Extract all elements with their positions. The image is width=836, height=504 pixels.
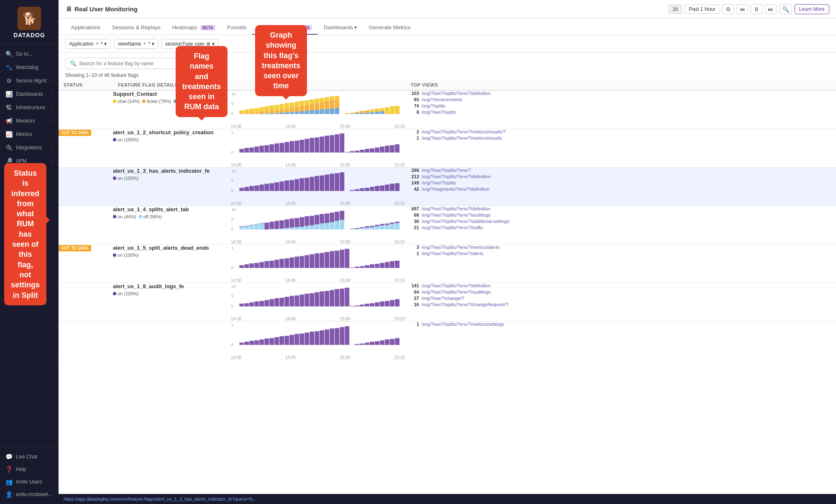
view-path[interactable]: /org/?/ws/?/splits/?env/?/additional-set… bbox=[422, 219, 509, 224]
sidebar-item-user-profile[interactable]: 👤 anita.mcdowel... bbox=[0, 488, 59, 501]
flag-name[interactable]: alert_ux_1_4_splits_alert_tab bbox=[113, 206, 230, 212]
sidebar-bottom: 💬 Live Chat ❓ Help 👥 Invite Users 👤 anit… bbox=[0, 447, 59, 504]
tab-feature-flags[interactable]: Feature Flags BETA bbox=[252, 21, 318, 35]
search-box: 🔍 bbox=[65, 58, 199, 69]
sidebar-item-metrics[interactable]: 📈 Metrics › bbox=[0, 128, 59, 141]
svg-text:0: 0 bbox=[231, 342, 234, 347]
tab-generate-metrics[interactable]: Generate Metrics bbox=[363, 21, 417, 35]
user-profile-label: anita.mcdowel... bbox=[16, 491, 52, 497]
view-path[interactable]: /org/?/ws/?/splits bbox=[422, 180, 456, 185]
svg-rect-164 bbox=[264, 223, 269, 229]
svg-rect-286 bbox=[239, 343, 244, 345]
sidebar-item-help[interactable]: ❓ Help bbox=[0, 463, 59, 476]
flag-details-cell: alert_ux_1_3_has_alerts_indicator_feon (… bbox=[113, 168, 230, 206]
svg-rect-137 bbox=[325, 174, 329, 191]
view-path[interactable]: /org/?/ws/?/splits/?env/?/metrics/result… bbox=[422, 129, 506, 134]
sessiontype-filter-value: user bbox=[195, 41, 205, 47]
top-view-row: 30/org/?/ws/?/splits/?env/?/additional-s… bbox=[406, 219, 836, 224]
application-filter-value: * bbox=[101, 41, 103, 47]
view-path[interactable]: /org/?/ws/?/splits/?env/?/definition bbox=[422, 91, 491, 96]
svg-rect-280 bbox=[380, 302, 384, 307]
mini-chart: 1050 bbox=[230, 168, 406, 201]
view-path[interactable]: /org/?/ws/?/splits/?env/?/auditlogs bbox=[422, 212, 491, 217]
brand-name: DATADOG bbox=[13, 32, 45, 38]
tab-funnels[interactable]: Funnels bbox=[221, 21, 252, 35]
flag-name[interactable]: alert_ux_1_5_split_alerts_dead_ends bbox=[113, 245, 230, 251]
svg-rect-199 bbox=[360, 227, 364, 228]
pause-btn[interactable]: ⏸ bbox=[751, 4, 762, 14]
flag-name[interactable]: Support_Contact bbox=[113, 91, 230, 97]
flag-name[interactable]: alert_ux_1_2_shortcut_policy_creation bbox=[113, 129, 230, 136]
svg-rect-293 bbox=[274, 337, 279, 345]
svg-rect-149 bbox=[390, 184, 394, 191]
view-path[interactable]: /org/?/ws/?/splits/?env/?/metrics/settin… bbox=[422, 322, 504, 327]
view-path[interactable]: /org/?/ws/?/splits/?env/?/metrics/alerts bbox=[422, 245, 499, 250]
svg-rect-15 bbox=[264, 111, 269, 113]
svg-rect-270 bbox=[330, 290, 334, 306]
flag-name[interactable]: alert_ux_1_8_audit_logs_fe bbox=[113, 283, 230, 289]
flag-name[interactable]: alert_ux_1_3_has_alerts_indicator_fe bbox=[113, 168, 230, 174]
svg-rect-136 bbox=[320, 176, 324, 191]
svg-rect-231 bbox=[309, 254, 314, 268]
content-area: 🔍 Showing 1–10 of 46 feature flags STATU… bbox=[59, 53, 836, 494]
sessiontype-filter[interactable]: sessionType user ⊕ ▾ bbox=[161, 39, 218, 49]
search-input[interactable] bbox=[79, 61, 194, 67]
svg-rect-109 bbox=[360, 150, 364, 153]
learn-more-button[interactable]: Learn More bbox=[795, 4, 829, 14]
view-path[interactable]: /org/?/ws/?/splits/?env/? bbox=[422, 168, 471, 173]
svg-rect-57 bbox=[335, 99, 339, 108]
tab-applications[interactable]: Applications bbox=[65, 21, 106, 35]
viewname-filter[interactable]: viewName ✦ * ▾ bbox=[114, 39, 158, 49]
view-path[interactable]: /org/?/ws/?/splits/?env/?/auditlogs bbox=[422, 289, 491, 294]
sidebar-item-apm[interactable]: 🔎 APM › bbox=[0, 154, 59, 168]
infrastructure-icon: 🏗 bbox=[5, 104, 13, 111]
sidebar-item-service-mgmt[interactable]: ⚙ Service Mgmt › bbox=[0, 74, 59, 87]
tab-sessions-replays[interactable]: Sessions & Replays bbox=[106, 21, 166, 35]
search-topbar-btn[interactable]: 🔍 bbox=[779, 4, 792, 14]
sidebar-item-live-chat[interactable]: 💬 Live Chat bbox=[0, 450, 59, 463]
sidebar-item-watchdog[interactable]: 🐾 Watchdog bbox=[0, 61, 59, 74]
top-views-cell: 103/org/?/ws/?/splits/?env/?/definition9… bbox=[406, 90, 836, 129]
application-filter[interactable]: Application ✦ * ▾ bbox=[65, 39, 110, 49]
view-path[interactable]: /org/?/ws/?/splits/?env/?/traffic bbox=[422, 225, 483, 230]
view-path[interactable]: /org/?/segments/?env/?/definition bbox=[422, 187, 489, 192]
sidebar-item-dashboards[interactable]: 📊 Dashboards › bbox=[0, 87, 59, 101]
svg-rect-203 bbox=[370, 226, 374, 227]
infrastructure-label: Infrastructure bbox=[16, 105, 49, 110]
view-path[interactable]: /org/?/ws/?/splits/?env/?/definition bbox=[422, 283, 491, 288]
view-path[interactable]: /org/?/ws/?/splits/?env/?/changeRequest/… bbox=[422, 302, 508, 307]
svg-text:10: 10 bbox=[231, 207, 236, 212]
forward-btn[interactable]: ⏭ bbox=[765, 4, 777, 14]
time-short-btn[interactable]: 1h bbox=[669, 5, 682, 14]
svg-rect-133 bbox=[304, 178, 309, 191]
tab-heatmaps[interactable]: Heatmaps BETA bbox=[166, 21, 221, 35]
view-path[interactable]: /org/?/ws/?/splits/?env/?/definition bbox=[422, 206, 491, 211]
sidebar-item-invite-users[interactable]: 👥 Invite Users bbox=[0, 476, 59, 488]
svg-rect-155 bbox=[239, 227, 244, 230]
view-path[interactable]: /org/?/ws/?/splits bbox=[422, 110, 456, 115]
sidebar-item-monitors[interactable]: 📢 Monitors › bbox=[0, 114, 59, 128]
view-path[interactable]: /org/?/splits bbox=[422, 103, 445, 108]
svg-rect-187 bbox=[325, 213, 329, 223]
sidebar-item-infrastructure[interactable]: 🏗 Infrastructure › bbox=[0, 101, 59, 114]
view-path[interactable]: /org/?/ws/?/splits/?env/?/metrics/result… bbox=[422, 136, 502, 141]
svg-rect-46 bbox=[314, 110, 319, 114]
settings-icon-btn[interactable]: ⚙ bbox=[723, 4, 734, 14]
view-path[interactable]: /org/?/ws/?/splits/?env/?/definition bbox=[422, 174, 491, 179]
svg-rect-243 bbox=[370, 264, 374, 268]
rewind-btn[interactable]: ⏮ bbox=[736, 4, 748, 14]
svg-rect-52 bbox=[325, 109, 329, 114]
svg-rect-244 bbox=[375, 264, 379, 268]
sidebar-item-integrations[interactable]: 🔌 Integrations › bbox=[0, 141, 59, 154]
svg-rect-156 bbox=[244, 226, 249, 226]
svg-rect-279 bbox=[375, 302, 379, 307]
top-views-cell: 2/org/?/ws/?/splits/?env/?/metrics/resul… bbox=[406, 129, 836, 168]
view-path[interactable]: /org/?/ws/?/splits/?env/?/alerts bbox=[422, 251, 483, 256]
goto-label: Go to... bbox=[16, 51, 54, 57]
svg-rect-33 bbox=[294, 107, 299, 112]
view-path[interactable]: /org/?/ws/?/change/? bbox=[422, 296, 464, 301]
view-path[interactable]: /org/?/environments bbox=[422, 97, 462, 102]
tab-dashboards[interactable]: Dashboards ▾ bbox=[318, 21, 363, 35]
sidebar-item-goto[interactable]: 🔍 Go to... bbox=[0, 47, 59, 61]
svg-rect-93 bbox=[279, 143, 284, 153]
